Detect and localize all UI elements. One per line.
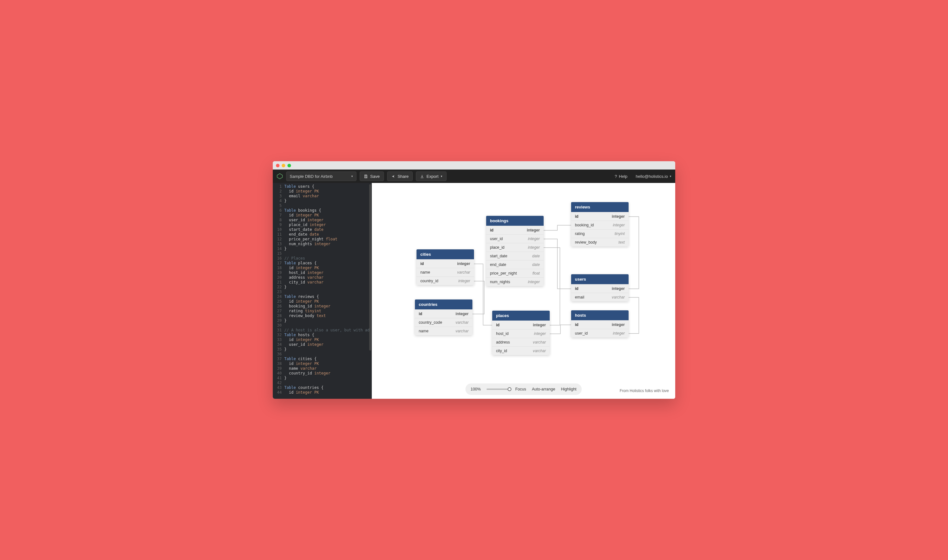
editor-scrollbar[interactable] xyxy=(369,184,371,397)
table-column[interactable]: ratingtinyint xyxy=(571,229,629,238)
table-column[interactable]: addressvarchar xyxy=(492,338,550,346)
table-header[interactable]: reviews xyxy=(571,202,629,212)
table-bookings[interactable]: bookingsidintegeruser_idintegerplace_idi… xyxy=(486,216,544,286)
auto-arrange-button[interactable]: Auto-arrange xyxy=(532,387,555,391)
table-column[interactable]: place_idinteger xyxy=(486,243,544,252)
diagram-name-label: Sample DBD for Airbnb xyxy=(290,174,333,179)
table-header[interactable]: hosts xyxy=(571,310,629,320)
svg-marker-0 xyxy=(277,174,283,179)
help-link[interactable]: ? Help xyxy=(615,174,627,179)
account-menu[interactable]: hello@holistics.io ▾ xyxy=(636,174,671,179)
editor-gutter: 1234567891011121314151617181920212223242… xyxy=(273,184,284,395)
table-header[interactable]: bookings xyxy=(486,216,544,226)
table-hosts[interactable]: hostsidintegeruser_idinteger xyxy=(571,310,629,337)
table-column[interactable]: booking_idinteger xyxy=(571,221,629,229)
account-email: hello@holistics.io xyxy=(636,174,668,179)
zoom-slider[interactable] xyxy=(486,389,509,390)
export-button[interactable]: Export ▾ xyxy=(416,171,447,181)
credit-text: From Holistics folks with love xyxy=(620,389,669,393)
highlight-button[interactable]: Highlight xyxy=(561,387,577,391)
table-column[interactable]: review_bodytext xyxy=(571,238,629,246)
table-header[interactable]: users xyxy=(571,274,629,284)
code-editor[interactable]: ◀ 12345678910111213141516171819202122232… xyxy=(273,183,372,399)
table-column[interactable]: country_codevarchar xyxy=(415,318,472,327)
main: ◀ 12345678910111213141516171819202122232… xyxy=(273,183,675,399)
table-column[interactable]: user_idinteger xyxy=(571,329,629,337)
table-countries[interactable]: countriesidintegercountry_codevarcharnam… xyxy=(415,300,472,335)
canvas-bottom-bar: 100% Focus Auto-arrange Highlight xyxy=(466,383,582,395)
table-users[interactable]: usersidintegeremailvarchar xyxy=(571,274,629,302)
help-icon: ? xyxy=(615,174,617,179)
table-column[interactable]: start_datedate xyxy=(486,252,544,260)
focus-button[interactable]: Focus xyxy=(515,387,526,391)
mac-titlebar xyxy=(273,161,675,169)
table-column[interactable]: namevarchar xyxy=(415,327,472,335)
table-header[interactable]: cities xyxy=(416,249,474,259)
table-header[interactable]: countries xyxy=(415,300,472,309)
table-column[interactable]: idinteger xyxy=(416,259,474,268)
table-column[interactable]: end_datedate xyxy=(486,260,544,269)
app-logo-icon xyxy=(277,173,283,179)
table-column[interactable]: city_idvarchar xyxy=(492,346,550,355)
table-column[interactable]: idinteger xyxy=(486,226,544,234)
share-icon xyxy=(391,174,395,178)
table-column[interactable]: price_per_nightfloat xyxy=(486,269,544,277)
chevron-down-icon: ▾ xyxy=(351,175,353,178)
table-column[interactable]: idinteger xyxy=(571,320,629,329)
app-window: Sample DBD for Airbnb ▾ Save Share Expor… xyxy=(273,161,675,399)
diagram-canvas[interactable]: 100% Focus Auto-arrange Highlight From H… xyxy=(372,183,675,399)
relation-edges xyxy=(372,183,675,399)
table-reviews[interactable]: reviewsidintegerbooking_idintegerratingt… xyxy=(571,202,629,246)
window-minimize-icon[interactable] xyxy=(282,164,285,167)
zoom-slider-knob[interactable] xyxy=(507,387,511,391)
chevron-down-icon: ▾ xyxy=(670,175,671,178)
export-label: Export xyxy=(426,174,439,179)
table-column[interactable]: idinteger xyxy=(571,212,629,221)
share-label: Share xyxy=(398,174,409,179)
table-column[interactable]: idinteger xyxy=(571,284,629,293)
save-button[interactable]: Save xyxy=(360,171,384,181)
table-column[interactable]: idinteger xyxy=(492,320,550,329)
table-column[interactable]: host_idinteger xyxy=(492,329,550,338)
table-column[interactable]: num_nightsinteger xyxy=(486,277,544,286)
toolbar: Sample DBD for Airbnb ▾ Save Share Expor… xyxy=(273,169,675,183)
table-column[interactable]: namevarchar xyxy=(416,268,474,277)
chevron-down-icon: ▾ xyxy=(441,175,442,178)
table-column[interactable]: country_idinteger xyxy=(416,277,474,285)
table-column[interactable]: user_idinteger xyxy=(486,234,544,243)
editor-code[interactable]: Table users { id integer PK email varcha… xyxy=(284,184,372,395)
table-places[interactable]: placesidintegerhost_idintegeraddressvarc… xyxy=(492,311,550,355)
window-maximize-icon[interactable] xyxy=(287,164,291,167)
share-button[interactable]: Share xyxy=(387,171,413,181)
table-header[interactable]: places xyxy=(492,311,550,320)
help-label: Help xyxy=(619,174,627,179)
table-cities[interactable]: citiesidintegernamevarcharcountry_idinte… xyxy=(416,249,474,285)
table-column[interactable]: idinteger xyxy=(415,309,472,318)
download-icon xyxy=(420,174,424,178)
zoom-level: 100% xyxy=(470,387,481,391)
save-label: Save xyxy=(370,174,380,179)
window-close-icon[interactable] xyxy=(276,164,279,167)
save-icon xyxy=(364,174,368,178)
table-column[interactable]: emailvarchar xyxy=(571,293,629,302)
diagram-name-select[interactable]: Sample DBD for Airbnb ▾ xyxy=(286,171,356,181)
